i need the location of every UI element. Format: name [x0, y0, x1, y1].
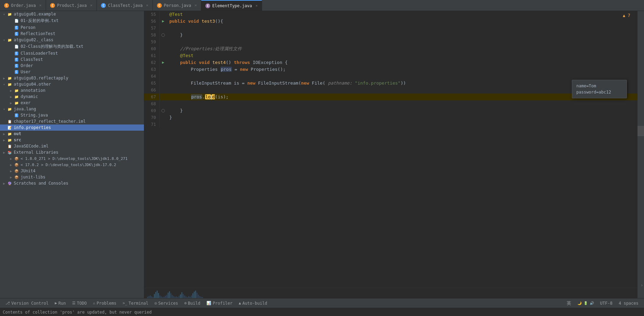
encoding-label: UTF-8 — [600, 301, 612, 306]
sidebar-item-02txt[interactable]: 📄 02-Class的理解与类的加载.txt — [0, 43, 144, 50]
wave-bar — [155, 292, 156, 298]
extlib-icon: 📚 — [7, 150, 12, 155]
status-item-build[interactable]: ⚙ Build — [181, 300, 203, 307]
tab-label-product: Product.java — [57, 3, 87, 8]
minimap-thumb[interactable] — [637, 126, 644, 136]
sidebar-item-stringjava[interactable]: C String.java — [0, 112, 144, 118]
sidebar-item-01txt[interactable]: 📄 01-反射的举例.txt — [0, 17, 144, 24]
sidebar-item-person[interactable]: C Person — [0, 24, 144, 31]
sidebar-item-atguigu04[interactable]: ▾ 📁 atguigu04.other — [0, 81, 144, 87]
tooltip-popup: name=Tom password=abc12 — [572, 80, 627, 98]
junit-icon: 📦 — [14, 168, 19, 173]
sidebar-item-src[interactable]: ▶ 📁 src — [0, 137, 144, 143]
line-code-56: public void test3(){ — [167, 18, 223, 25]
tab-person[interactable]: C Person.java × — [153, 0, 201, 11]
tree-arrow: ▶ — [1, 132, 7, 136]
line-code-67: pros.lod(is); — [167, 94, 228, 100]
wave-bar — [165, 296, 166, 298]
sidebar-item-junit-libs[interactable]: ▶ 📦 junit-libs — [0, 174, 144, 180]
tab-icon-elementtype: E — [205, 3, 210, 8]
services-icon: ◎ — [155, 301, 157, 305]
status-item-todo[interactable]: ☰ TODO — [69, 300, 90, 307]
tree-arrow: ▶ — [8, 89, 14, 92]
sidebar-item-atguigu02[interactable]: ▾ 📁 atguigu02._class — [0, 37, 144, 43]
class-c-icon: C — [14, 113, 19, 118]
tree-label: Order — [21, 63, 33, 68]
run-button-56[interactable]: ▶ — [162, 18, 165, 25]
tab-close-elementtype[interactable]: × — [256, 3, 258, 8]
breakpoint-69[interactable] — [161, 109, 165, 112]
sidebar-item-scratches[interactable]: ▶ 🔮 Scratches and Consoles — [0, 180, 144, 186]
folder-icon: 📁 — [7, 12, 12, 17]
tab-order[interactable]: C Order.java × — [0, 0, 46, 11]
tab-label-elementtype: ElementType.java — [212, 3, 252, 8]
sidebar-item-javalang[interactable]: ▾ 📁 java.lang — [0, 106, 144, 112]
sidebar-item-dynamic[interactable]: ▶ 📁 dynamic — [0, 94, 144, 100]
code-editor[interactable]: ▲ 7 55 @Test 56 ▶ public void test3(){ — [144, 11, 637, 288]
sidebar-item-atguigu03[interactable]: ▶ 📁 atguigu03.reflectapply — [0, 75, 144, 81]
status-item-auto-build[interactable]: ▲ Auto-build — [236, 300, 270, 307]
tab-close-product[interactable]: × — [90, 3, 93, 8]
wave-bar — [166, 295, 167, 298]
code-line-56: 56 ▶ public void test3(){ — [144, 18, 637, 25]
line-code-62: public void test4() throws IOException { — [167, 59, 287, 66]
tab-icon-classtest: C — [101, 3, 106, 8]
tab-elementtype[interactable]: E ElementType.java × — [201, 0, 262, 11]
sidebar-item-javaseiml[interactable]: 📋 JavaSECode.iml — [0, 143, 144, 149]
status-label-todo: TODO — [77, 301, 87, 306]
status-item-services[interactable]: ◎ Services — [152, 300, 181, 307]
tooltip-line2: password=abc12 — [576, 89, 622, 95]
status-item-run[interactable]: ▶ Run — [52, 300, 68, 307]
indent-label: 4 spaces — [619, 301, 639, 306]
tree-arrow: ▶ — [8, 101, 14, 105]
status-item-ime[interactable]: 英 — [564, 299, 574, 307]
wave-bar — [172, 295, 173, 298]
bottom-wave — [144, 288, 637, 298]
tab-close-order[interactable]: × — [39, 3, 42, 8]
tree-arrow: ▾ — [1, 38, 7, 42]
sidebar-item-order[interactable]: C Order — [0, 63, 144, 69]
status-item-version-control[interactable]: ⎇ Version Control — [3, 300, 51, 307]
folder-icon: 📁 — [7, 138, 12, 142]
sidebar-item-annotation[interactable]: ▶ 📁 annotation — [0, 87, 144, 94]
tab-product[interactable]: C Product.java × — [46, 0, 97, 11]
sidebar-item-exer[interactable]: ▶ 📁 exer — [0, 100, 144, 106]
minimap[interactable]: › — [637, 11, 644, 298]
tree-arrow: ▾ — [1, 83, 7, 86]
code-line-55: 55 @Test — [144, 11, 637, 18]
sidebar-item-classtest[interactable]: C ClassTest — [0, 56, 144, 63]
wave-bar — [180, 294, 181, 298]
code-line-57: 57 — [144, 25, 637, 32]
wave-bar — [195, 291, 196, 298]
sidebar-item-out[interactable]: ▶ 📁 out — [0, 131, 144, 137]
tab-close-person[interactable]: × — [194, 3, 197, 8]
sidebar-item-chapter17iml[interactable]: 📋 chapter17_reflect_teacher.iml — [0, 118, 144, 124]
wave-bar — [168, 293, 169, 298]
wave-bar — [159, 295, 160, 298]
iml-icon: 📋 — [7, 119, 12, 124]
sidebar-item-jdk2[interactable]: ▶ 📦 < 17.0.2 > D:\develop_tools\JDK\jdk-… — [0, 162, 144, 168]
tree-label: atguigu01.example — [14, 12, 56, 17]
code-line-65: 65 FileInputStream is = new FileInputStr… — [144, 80, 637, 87]
sidebar-item-reflectiontest[interactable]: C ReflectionTest — [0, 31, 144, 37]
sidebar-item-junit4[interactable]: ▶ 📦 JUnit4 — [0, 168, 144, 174]
sidebar-item-classloadertest[interactable]: C ClassLoaderTest — [0, 50, 144, 56]
scroll-down-icon[interactable]: › — [641, 282, 643, 288]
sidebar-item-infoprops[interactable]: 📝 info.properties — [0, 124, 144, 131]
wave-bar — [199, 296, 200, 298]
sidebar-item-user[interactable]: C User — [0, 69, 144, 75]
tab-close-classtest[interactable]: × — [146, 3, 148, 8]
status-item-encoding[interactable]: UTF-8 — [597, 300, 615, 307]
breakpoint-58[interactable] — [161, 33, 165, 37]
status-item-profiler[interactable]: 📊 Profiler — [204, 300, 235, 307]
run-button-62[interactable]: ▶ — [162, 59, 165, 66]
status-item-problems[interactable]: ⚠ Problems — [90, 300, 119, 307]
sidebar-item-atguigu01[interactable]: ▾ 📁 atguigu01.example — [0, 11, 144, 17]
tree-arrow: ▶ — [8, 157, 14, 161]
sidebar-item-jdk1[interactable]: ▶ 📦 < 1.8.0_271 > D:\develop_tools\JDK\j… — [0, 155, 144, 162]
tab-classtest[interactable]: C ClassTest.java × — [97, 0, 153, 11]
sidebar-item-extlibs[interactable]: ▶ 📚 External Libraries — [0, 149, 144, 155]
status-item-indent[interactable]: 4 spaces — [616, 300, 641, 307]
status-item-terminal[interactable]: >_ Terminal — [120, 300, 151, 307]
wave-bar — [181, 292, 182, 298]
